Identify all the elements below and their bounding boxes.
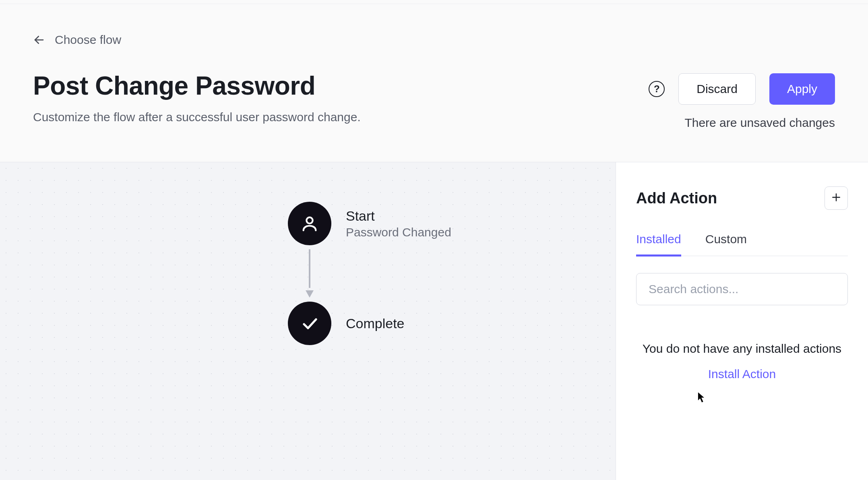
- install-action-link[interactable]: Install Action: [708, 367, 776, 381]
- plus-icon: [831, 191, 841, 206]
- flow-node-complete[interactable]: Complete: [288, 302, 451, 345]
- flow-canvas[interactable]: Start Password Changed Complete: [0, 162, 616, 480]
- tab-custom-label: Custom: [705, 232, 747, 246]
- top-divider: [0, 0, 868, 4]
- complete-node-title: Complete: [346, 316, 405, 331]
- page-header: Choose flow Post Change Password Customi…: [0, 4, 868, 162]
- start-node-subtitle: Password Changed: [346, 226, 451, 239]
- add-action-sidebar: Add Action Installed Custom Yo: [616, 162, 868, 480]
- user-icon: [288, 202, 331, 245]
- discard-label: Discard: [696, 82, 738, 96]
- breadcrumb-label: Choose flow: [55, 33, 121, 47]
- add-action-button[interactable]: [825, 186, 848, 210]
- tab-custom[interactable]: Custom: [705, 232, 747, 256]
- check-icon: [288, 302, 331, 345]
- empty-state-message: You do not have any installed actions: [636, 340, 848, 358]
- apply-button[interactable]: Apply: [769, 73, 835, 105]
- breadcrumb-back[interactable]: Choose flow: [33, 33, 121, 47]
- sidebar-tabs: Installed Custom: [636, 232, 848, 256]
- page-subtitle: Customize the flow after a successful us…: [33, 110, 361, 124]
- unsaved-changes-note: There are unsaved changes: [684, 116, 835, 130]
- title-block: Post Change Password Customize the flow …: [33, 71, 361, 124]
- question-icon: ?: [654, 83, 660, 95]
- tab-installed-label: Installed: [636, 232, 681, 246]
- apply-label: Apply: [787, 82, 817, 96]
- help-button[interactable]: ?: [649, 81, 665, 97]
- flow-node-start[interactable]: Start Password Changed: [288, 202, 451, 245]
- search-actions-input[interactable]: [636, 273, 848, 305]
- page-title: Post Change Password: [33, 71, 361, 101]
- arrow-left-icon: [33, 34, 45, 46]
- header-actions: ? Discard Apply There are unsaved change…: [649, 73, 835, 130]
- svg-point-1: [306, 217, 312, 223]
- flow-diagram: Start Password Changed Complete: [288, 202, 451, 345]
- tab-installed[interactable]: Installed: [636, 232, 681, 256]
- start-node-title: Start: [346, 208, 451, 224]
- sidebar-title: Add Action: [636, 190, 717, 207]
- discard-button[interactable]: Discard: [678, 73, 756, 105]
- empty-state: You do not have any installed actions In…: [636, 340, 848, 381]
- flow-connector: [309, 249, 310, 298]
